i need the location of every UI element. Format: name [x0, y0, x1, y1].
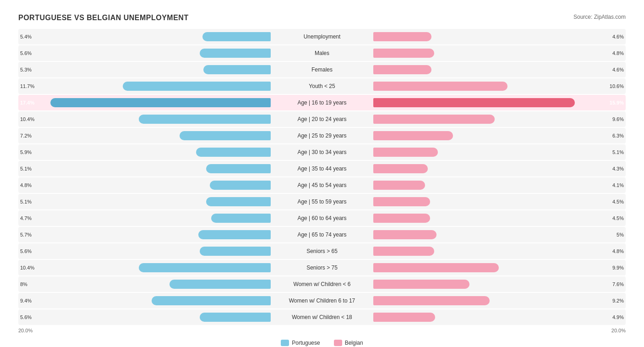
belgian-bar — [373, 115, 495, 124]
bar-right-section: 4.5% — [372, 194, 626, 209]
belgian-bar — [373, 98, 575, 107]
bar-left-section: 8% — [18, 276, 272, 292]
portuguese-bar — [200, 247, 271, 256]
bar-left-section: 17.4% — [18, 95, 272, 110]
chart-title: PORTUGUESE VS BELGIAN UNEMPLOYMENT — [18, 14, 189, 22]
portuguese-bar — [200, 49, 271, 58]
bar-left-section: 7.2% — [18, 128, 272, 143]
chart-source: Source: ZipAtlas.com — [573, 14, 626, 20]
portuguese-value: 5.1% — [20, 166, 32, 171]
portuguese-bar — [211, 214, 271, 223]
axis-right: 20.0% — [372, 328, 626, 333]
belgian-bar — [373, 280, 469, 289]
row-label: Females — [272, 66, 372, 73]
portuguese-bar — [180, 131, 271, 140]
axis-right-label: 20.0% — [611, 328, 626, 333]
belgian-bar — [373, 181, 425, 190]
belgian-value: 9.2% — [612, 298, 624, 303]
bar-right-section: 15.9% — [372, 95, 626, 110]
portuguese-value: 5.7% — [20, 232, 32, 237]
belgian-value: 4.6% — [612, 34, 624, 39]
portuguese-value: 10.4% — [20, 265, 34, 270]
legend: Portuguese Belgian — [18, 340, 626, 346]
row-label: Youth < 25 — [272, 83, 372, 89]
belgian-value: 7.6% — [612, 281, 624, 287]
chart-row: 11.7%Youth < 2510.6% — [18, 78, 626, 94]
bar-right-section: 4.6% — [372, 29, 626, 44]
row-label: Age | 25 to 29 years — [272, 132, 372, 139]
portuguese-bar — [152, 296, 271, 305]
axis-row: 20.0% 20.0% — [18, 326, 626, 335]
bar-left-section: 5.4% — [18, 29, 272, 44]
portuguese-value: 5.3% — [20, 67, 32, 72]
chart-row: 5.7%Age | 65 to 74 years5% — [18, 227, 626, 242]
chart-row: 5.6%Women w/ Children < 184.9% — [18, 309, 626, 325]
chart-container: PORTUGUESE VS BELGIAN UNEMPLOYMENT Sourc… — [9, 9, 635, 347]
bar-right-section: 9.2% — [372, 293, 626, 308]
portuguese-bar — [50, 98, 271, 107]
chart-row: 5.4%Unemployment4.6% — [18, 29, 626, 44]
legend-belgian-color — [334, 340, 342, 346]
bar-right-section: 5.1% — [372, 144, 626, 160]
bar-left-section: 5.9% — [18, 144, 272, 160]
portuguese-value: 5.1% — [20, 199, 32, 204]
belgian-bar — [373, 197, 430, 206]
row-label: Women w/ Children < 18 — [272, 314, 372, 320]
belgian-value: 10.6% — [610, 83, 624, 89]
chart-row: 9.4%Women w/ Children 6 to 179.2% — [18, 293, 626, 308]
portuguese-bar — [210, 181, 271, 190]
portuguese-value: 4.7% — [20, 215, 32, 221]
row-label: Age | 55 to 59 years — [272, 198, 372, 205]
portuguese-bar — [202, 32, 271, 41]
chart-row: 10.4%Seniors > 759.9% — [18, 260, 626, 275]
belgian-value: 4.5% — [612, 215, 624, 221]
belgian-bar — [373, 313, 435, 322]
chart-row: 5.1%Age | 35 to 44 years4.3% — [18, 161, 626, 176]
chart-header: PORTUGUESE VS BELGIAN UNEMPLOYMENT Sourc… — [18, 14, 626, 22]
portuguese-bar — [206, 164, 271, 173]
chart-row: 4.8%Age | 45 to 54 years4.1% — [18, 177, 626, 193]
row-label: Age | 20 to 24 years — [272, 116, 372, 122]
portuguese-value: 10.4% — [20, 116, 34, 122]
row-label: Age | 30 to 34 years — [272, 149, 372, 155]
belgian-bar — [373, 32, 431, 41]
belgian-bar — [373, 148, 438, 157]
bar-left-section: 5.6% — [18, 309, 272, 325]
belgian-value: 4.8% — [612, 248, 624, 254]
portuguese-value: 9.4% — [20, 298, 32, 303]
portuguese-bar — [203, 65, 271, 74]
portuguese-value: 8% — [20, 281, 27, 287]
belgian-value: 4.9% — [612, 314, 624, 320]
belgian-value: 6.3% — [612, 133, 624, 138]
belgian-value: 5.1% — [612, 149, 624, 155]
bar-left-section: 5.3% — [18, 62, 272, 77]
axis-left-label: 20.0% — [18, 328, 33, 333]
belgian-value: 15.9% — [610, 100, 624, 105]
chart-row: 5.3%Females4.6% — [18, 62, 626, 77]
bar-right-section: 4.9% — [372, 309, 626, 325]
belgian-bar — [373, 214, 430, 223]
bar-left-section: 5.1% — [18, 194, 272, 209]
belgian-value: 5% — [617, 232, 624, 237]
belgian-value: 9.6% — [612, 116, 624, 122]
row-label: Seniors > 75 — [272, 264, 372, 271]
bar-left-section: 11.7% — [18, 78, 272, 94]
portuguese-bar — [169, 280, 271, 289]
bar-left-section: 10.4% — [18, 260, 272, 275]
bar-right-section: 4.3% — [372, 161, 626, 176]
portuguese-bar — [206, 197, 271, 206]
row-label: Women w/ Children 6 to 17 — [272, 297, 372, 304]
portuguese-value: 17.4% — [20, 100, 34, 105]
belgian-bar — [373, 131, 453, 140]
bar-right-section: 4.6% — [372, 62, 626, 77]
chart-row: 5.6%Seniors > 654.8% — [18, 243, 626, 259]
bar-right-section: 5% — [372, 227, 626, 242]
belgian-value: 4.1% — [612, 182, 624, 188]
belgian-bar — [373, 263, 499, 272]
bar-right-section: 4.8% — [372, 45, 626, 61]
belgian-bar — [373, 296, 490, 305]
row-label: Age | 16 to 19 years — [272, 99, 372, 106]
portuguese-bar — [123, 82, 271, 91]
legend-belgian-label: Belgian — [345, 340, 363, 346]
portuguese-value: 5.4% — [20, 34, 32, 39]
